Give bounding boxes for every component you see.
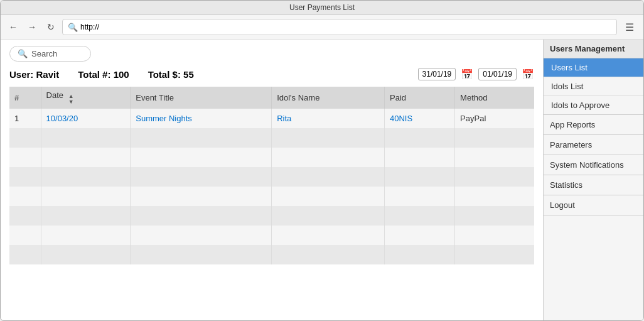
sidebar-item-parameters[interactable]: Parameters (544, 135, 643, 155)
filter-row: User: Ravit Total #: 100 Total $: 55 31/… (9, 68, 534, 80)
table-container: # Date ▲▼ Event Title Idol's Name Paid M… (9, 87, 534, 314)
sidebar-item-app-reports[interactable]: App Reports (544, 115, 643, 135)
sort-arrows-date: ▲▼ (68, 94, 74, 105)
sidebar: Users Management Users List Idols List I… (543, 40, 643, 320)
main-content: 🔍 Search User: Ravit Total #: 100 Total … (1, 40, 543, 320)
cell-paid (384, 206, 454, 226)
forward-button[interactable]: → (24, 19, 40, 35)
cell-method (455, 187, 534, 206)
date-to-group[interactable]: 01/01/19 (478, 68, 517, 80)
search-icon: 🔍 (68, 23, 78, 32)
cell-paid (384, 148, 454, 167)
calendar-from-icon[interactable]: 📅 (461, 68, 473, 80)
cell-paid (384, 226, 454, 245)
cell-date (41, 187, 131, 206)
payments-table: # Date ▲▼ Event Title Idol's Name Paid M… (9, 87, 534, 264)
total-dollar: Total $: 55 (148, 69, 194, 80)
cell-paid (384, 128, 454, 148)
date-from-group[interactable]: 31/01/19 (418, 68, 456, 80)
sidebar-users-management-header: Users Management (544, 40, 643, 58)
cell-date (41, 167, 131, 187)
sidebar-item-idols-to-approve[interactable]: Idols to Approve (544, 96, 643, 114)
title-bar: User Payments List (1, 1, 643, 15)
user-label: User: Ravit (9, 69, 59, 80)
cell-event_title (131, 128, 272, 148)
cell-event_title (131, 206, 272, 226)
date-to-value: 01/01/19 (483, 70, 512, 79)
cell-method (455, 128, 534, 148)
cell-method[interactable]: PayPal (455, 109, 534, 128)
search-icon: 🔍 (18, 49, 28, 58)
sidebar-item-logout[interactable]: Logout (544, 195, 643, 215)
col-header-date[interactable]: Date ▲▼ (41, 87, 131, 109)
table-row: 110/03/20Summer NightsRita40NISPayPal (9, 109, 534, 128)
cell-date (41, 148, 131, 167)
cell-idols_name (272, 167, 385, 187)
cell-event_title (131, 245, 272, 264)
sidebar-item-system-notifications[interactable]: System Notifications (544, 155, 643, 175)
cell-event_title (131, 148, 272, 167)
content-area: 🔍 Search User: Ravit Total #: 100 Total … (1, 40, 643, 320)
date-from-value: 31/01/19 (422, 70, 452, 79)
browser-window: User Payments List ← → ↻ 🔍 ☰ 🔍 Search Us… (0, 0, 644, 321)
col-header-paid: Paid (384, 87, 454, 109)
sidebar-item-idols-list[interactable]: Idols List (544, 77, 643, 96)
cell-idols_name (272, 226, 385, 245)
cell-id (9, 226, 41, 245)
cell-event_title (131, 167, 272, 187)
window-title: User Payments List (289, 3, 355, 12)
cell-event_title[interactable]: Summer Nights (131, 109, 272, 128)
cell-method (455, 167, 534, 187)
search-label: Search (31, 49, 57, 58)
col-header-method: Method (455, 87, 534, 109)
calendar-to-icon[interactable]: 📅 (522, 68, 534, 80)
cell-idols_name[interactable]: Rita (272, 109, 385, 128)
reload-button[interactable]: ↻ (43, 19, 58, 35)
cell-paid (384, 187, 454, 206)
cell-event_title (131, 187, 272, 206)
cell-id[interactable]: 1 (9, 109, 41, 128)
col-header-event: Event Title (131, 87, 272, 109)
cell-idols_name (272, 128, 385, 148)
cell-event_title (131, 226, 272, 245)
cell-method (455, 226, 534, 245)
cell-id (9, 167, 41, 187)
cell-method (455, 148, 534, 167)
sidebar-item-statistics[interactable]: Statistics (544, 175, 643, 195)
cell-id (9, 206, 41, 226)
cell-date (41, 226, 131, 245)
cell-paid (384, 167, 454, 187)
cell-paid[interactable]: 40NIS (384, 109, 454, 128)
menu-button[interactable]: ☰ (621, 19, 638, 35)
table-row (9, 245, 534, 264)
cell-idols_name (272, 148, 385, 167)
sidebar-users-management-section: Users Management Users List Idols List I… (544, 40, 643, 115)
table-row (9, 187, 534, 206)
cell-idols_name (272, 206, 385, 226)
cell-date[interactable]: 10/03/20 (41, 109, 131, 128)
cell-id (9, 148, 41, 167)
browser-toolbar: ← → ↻ 🔍 ☰ (1, 15, 643, 40)
cell-method (455, 206, 534, 226)
cell-id (9, 187, 41, 206)
cell-method (455, 245, 534, 264)
sidebar-item-users-list[interactable]: Users List (544, 58, 643, 77)
date-filters: 31/01/19 📅 01/01/19 📅 (418, 68, 534, 80)
table-row (9, 148, 534, 167)
cell-id (9, 245, 41, 264)
cell-paid (384, 245, 454, 264)
search-bar[interactable]: 🔍 Search (9, 46, 91, 62)
cell-idols_name (272, 187, 385, 206)
table-row (9, 167, 534, 187)
table-header-row: # Date ▲▼ Event Title Idol's Name Paid M… (9, 87, 534, 109)
back-button[interactable]: ← (6, 19, 21, 35)
total-hash: Total #: 100 (78, 69, 129, 80)
url-input[interactable] (80, 23, 611, 31)
address-bar[interactable]: 🔍 (62, 19, 617, 35)
cell-idols_name (272, 245, 385, 264)
table-row (9, 226, 534, 245)
col-header-id: # (9, 87, 41, 109)
cell-date (41, 245, 131, 264)
cell-date (41, 206, 131, 226)
user-info: User: Ravit Total #: 100 Total $: 55 (9, 69, 194, 80)
